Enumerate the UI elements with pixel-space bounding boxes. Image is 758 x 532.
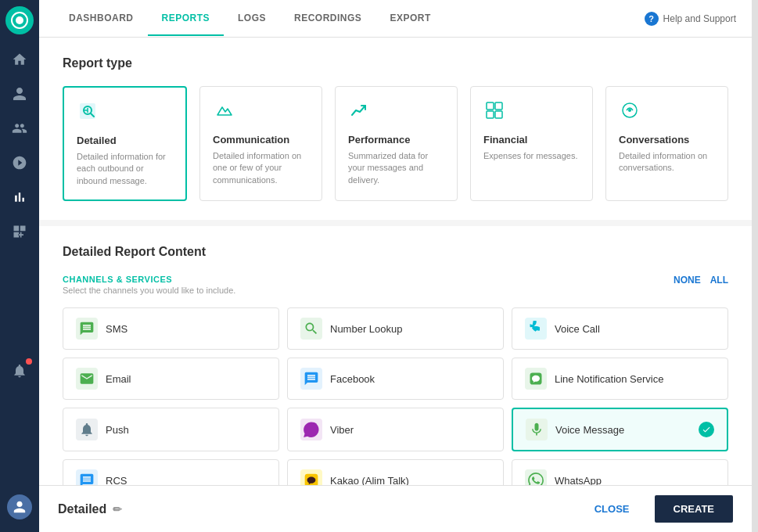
viber-label: Viber [330, 424, 490, 436]
financial-desc: Expenses for messages. [483, 150, 580, 162]
sms-icon [76, 318, 98, 340]
close-button[interactable]: CLOSE [576, 495, 648, 523]
footer: Detailed ✏ CLOSE CREATE [39, 485, 752, 532]
voice-message-check [699, 422, 714, 437]
edit-icon[interactable]: ✏ [113, 503, 122, 516]
channels-label-group: CHANNELS & SERVICES Select the channels … [63, 275, 235, 295]
line-label: Line Notification Service [555, 373, 715, 385]
help-support-link[interactable]: ? Help and Support [645, 12, 736, 26]
financial-icon [483, 99, 580, 126]
report-card-performance[interactable]: Performance Summarized data for your mes… [335, 86, 458, 201]
nav-recordings[interactable]: RECORDINGS [280, 2, 375, 36]
whatsapp-icon [525, 469, 547, 485]
email-label: Email [106, 373, 266, 385]
nav-items: DASHBOARD REPORTS LOGS RECORDINGS EXPORT [55, 2, 645, 36]
rcs-icon [76, 469, 98, 485]
help-icon: ? [645, 12, 659, 26]
voice-message-label: Voice Message [555, 424, 691, 436]
detailed-icon [77, 100, 173, 127]
conversations-icon [619, 99, 715, 126]
conversations-title: Conversations [619, 134, 715, 146]
channels-actions: NONE ALL [674, 275, 728, 286]
channel-line[interactable]: Line Notification Service [512, 358, 728, 400]
channel-push[interactable]: Push [63, 408, 279, 451]
voice-call-label: Voice Call [555, 323, 715, 335]
sidebar-item-people[interactable] [4, 147, 35, 178]
all-button[interactable]: ALL [710, 275, 728, 286]
detailed-title: Detailed [77, 135, 173, 146]
line-icon [525, 368, 547, 390]
sidebar-item-home[interactable] [4, 44, 35, 75]
none-button[interactable]: NONE [674, 275, 701, 286]
footer-report-type: Detailed [58, 502, 106, 516]
rcs-label: RCS [106, 475, 266, 485]
voice-call-icon [525, 318, 547, 340]
email-icon [76, 368, 98, 390]
sidebar-item-grid-add[interactable] [4, 216, 35, 247]
performance-icon [348, 99, 444, 126]
channels-grid: SMS Number Lookup Voice Call [63, 307, 728, 485]
push-icon [76, 419, 98, 440]
content-area: Report type Detailed Detailed i [39, 38, 752, 485]
sidebar-item-contacts[interactable] [4, 113, 35, 144]
scrollbar[interactable] [752, 0, 758, 532]
report-card-communication[interactable]: Communication Detailed information on on… [199, 86, 322, 201]
svg-rect-7 [487, 102, 494, 110]
channel-sms[interactable]: SMS [63, 307, 279, 350]
channel-voice-message[interactable]: Voice Message [512, 408, 728, 451]
communication-icon [213, 99, 309, 126]
report-type-title: Report type [63, 56, 728, 70]
channel-whatsapp[interactable]: WhatsApp [512, 459, 728, 485]
svg-rect-8 [495, 102, 502, 110]
channels-header: CHANNELS & SERVICES Select the channels … [63, 275, 728, 295]
kakao-icon [300, 469, 322, 485]
svg-point-1 [16, 16, 23, 24]
financial-title: Financial [483, 134, 580, 146]
report-card-conversations[interactable]: Conversations Detailed information on co… [605, 86, 728, 201]
facebook-label: Facebook [330, 373, 490, 385]
channel-number-lookup[interactable]: Number Lookup [287, 307, 504, 350]
facebook-icon [300, 368, 322, 390]
sms-label: SMS [106, 323, 266, 335]
channel-kakao[interactable]: Kakao (Alim Talk) [287, 459, 504, 485]
performance-title: Performance [348, 134, 444, 146]
nav-reports[interactable]: REPORTS [148, 2, 225, 36]
nav-export[interactable]: EXPORT [375, 2, 444, 36]
channel-facebook[interactable]: Facebook [287, 358, 504, 400]
communication-title: Communication [213, 134, 309, 146]
report-type-section: Report type Detailed Detailed i [39, 38, 752, 226]
nav-dashboard[interactable]: DASHBOARD [55, 2, 148, 36]
sidebar [0, 0, 39, 532]
whatsapp-label: WhatsApp [555, 475, 715, 485]
create-button[interactable]: CREATE [655, 495, 733, 523]
performance-desc: Summarized data for your messages and de… [348, 150, 444, 186]
svg-point-12 [628, 109, 631, 112]
report-card-financial[interactable]: Financial Expenses for messages. [470, 86, 593, 201]
sidebar-item-reports[interactable] [4, 182, 35, 213]
footer-label-group: Detailed ✏ [58, 502, 122, 516]
channel-email[interactable]: Email [63, 358, 279, 400]
svg-rect-10 [495, 111, 502, 118]
nav-logs[interactable]: LOGS [224, 2, 280, 36]
report-card-detailed[interactable]: Detailed Detailed information for each o… [63, 86, 187, 201]
channel-voice-call[interactable]: Voice Call [512, 307, 728, 350]
channel-viber[interactable]: Viber [287, 408, 504, 451]
viber-icon [300, 419, 322, 440]
main-area: DASHBOARD REPORTS LOGS RECORDINGS EXPORT… [39, 0, 752, 532]
detailed-report-section: Detailed Report Content CHANNELS & SERVI… [39, 226, 752, 485]
user-avatar[interactable] [7, 494, 32, 519]
channel-rcs[interactable]: RCS [63, 459, 279, 485]
conversations-desc: Detailed information on conversations. [619, 150, 715, 174]
sidebar-logo[interactable] [5, 6, 34, 34]
push-label: Push [106, 424, 266, 436]
communication-desc: Detailed information on one or few of yo… [213, 150, 309, 186]
svg-rect-9 [487, 111, 494, 118]
sidebar-item-notifications[interactable] [4, 355, 35, 386]
channels-label: CHANNELS & SERVICES [63, 275, 235, 284]
channels-sublabel: Select the channels you would like to in… [63, 286, 235, 295]
detailed-desc: Detailed information for each outbound o… [77, 151, 173, 187]
footer-buttons: CLOSE CREATE [576, 495, 733, 523]
detailed-report-title: Detailed Report Content [63, 245, 728, 259]
sidebar-item-profile[interactable] [4, 78, 35, 110]
voice-message-icon [526, 419, 548, 440]
